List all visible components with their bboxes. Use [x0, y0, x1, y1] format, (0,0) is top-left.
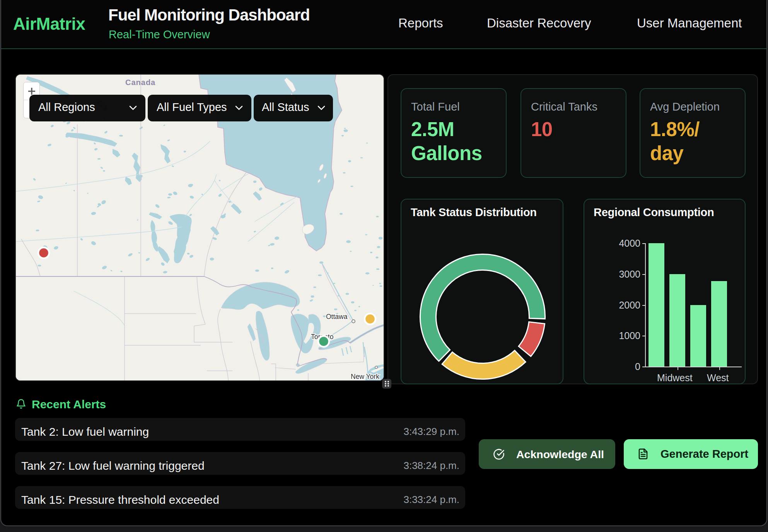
svg-text:Ottawa: Ottawa [326, 313, 348, 321]
svg-text:New York: New York [351, 373, 379, 380]
svg-text:Canada: Canada [125, 78, 155, 87]
